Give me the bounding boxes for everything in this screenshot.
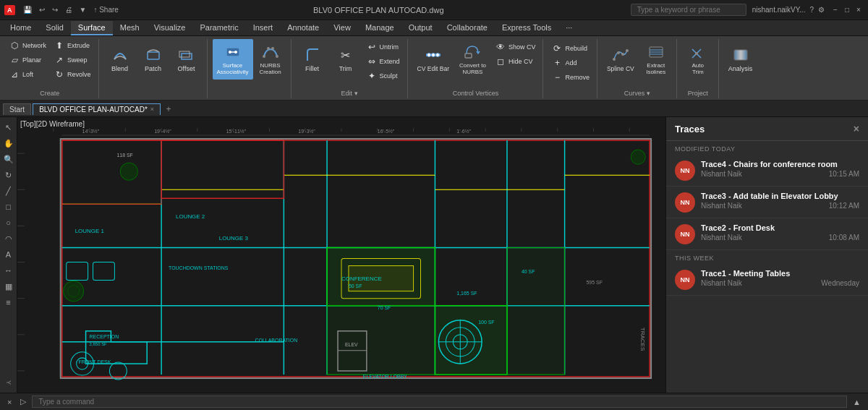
app-logo: A xyxy=(4,5,15,15)
patch-btn[interactable]: Patch xyxy=(137,39,169,80)
y-axis-label: Y xyxy=(1,375,16,390)
analysis-btn[interactable]: Analysis xyxy=(724,39,757,80)
extrude-btn[interactable]: ⬆ Extrude xyxy=(51,39,94,52)
dimension-tool[interactable]: ↔ xyxy=(1,263,16,278)
main-area: ↖ ✋ 🔍 ↻ ╱ □ ○ ◠ A ↔ ▦ ≡ Y [Top][2D Wiref… xyxy=(0,117,868,393)
search-input[interactable] xyxy=(631,4,746,16)
new-tab-btn[interactable]: + xyxy=(162,103,175,116)
remove-btn[interactable]: − Remove xyxy=(548,71,592,84)
minimize-btn[interactable]: − xyxy=(830,5,841,15)
svg-text:100 SF: 100 SF xyxy=(478,320,494,325)
tab-annotate[interactable]: Annotate xyxy=(280,21,326,35)
settings-icon[interactable]: ⚙ xyxy=(818,6,825,14)
traces-close-btn[interactable]: × xyxy=(854,123,859,134)
doc-tab-blvd[interactable]: BLVD OFFICE PLAN-AUTOCAD* × xyxy=(33,103,161,115)
revolve-btn[interactable]: ↻ Revolve xyxy=(51,68,94,81)
tab-surface[interactable]: Surface xyxy=(71,21,113,35)
doc-tab-close-btn[interactable]: × xyxy=(150,106,154,113)
hide-cv-btn[interactable]: ◻ Hide CV xyxy=(492,55,539,68)
hatch-tool[interactable]: ▦ xyxy=(1,279,16,294)
planar-btn[interactable]: ▱ Planar xyxy=(6,54,49,67)
trace4-title: Trace4 - Chairs for conference room xyxy=(701,160,859,168)
trace-item-4[interactable]: NN Trace4 - Chairs for conference room N… xyxy=(666,155,868,187)
rotate-tool[interactable]: ↻ xyxy=(1,168,16,182)
command-input[interactable] xyxy=(32,396,847,408)
svg-rect-21 xyxy=(734,50,747,60)
tab-more[interactable]: ··· xyxy=(558,21,579,35)
trace-item-2[interactable]: NN Trace2 - Front Desk Nishant Naik 10:0… xyxy=(666,218,868,250)
customize-icon[interactable]: ▼ xyxy=(77,5,89,14)
line-tool[interactable]: ╱ xyxy=(1,184,16,198)
curves-tools: Spline CV ExtractIsolines xyxy=(603,39,672,97)
trace-item-1[interactable]: NN Trace1 - Meeting Tables Nishant Naik … xyxy=(666,264,868,296)
network-btn[interactable]: ⬡ Network xyxy=(6,39,49,52)
convert-nurbs-btn[interactable]: Convert toNURBS xyxy=(455,39,490,80)
svg-text:15'-11½": 15'-11½" xyxy=(226,129,247,134)
surface-associativity-btn[interactable]: SurfaceAssociativity xyxy=(213,39,253,80)
tab-mesh[interactable]: Mesh xyxy=(113,21,147,35)
close-btn[interactable]: × xyxy=(854,5,864,15)
sculpt-btn[interactable]: ✦ Sculpt xyxy=(363,69,403,82)
show-cv-btn[interactable]: 👁 Show CV xyxy=(492,40,539,54)
save-icon[interactable]: 💾 xyxy=(21,5,34,14)
traces-panel-header: Traces × xyxy=(666,117,868,141)
svg-text:40 SF: 40 SF xyxy=(522,269,535,274)
extract-isolines-btn[interactable]: ExtractIsolines xyxy=(640,39,672,80)
sweep-btn[interactable]: ↗ Sweep xyxy=(51,54,94,67)
print-icon[interactable]: 🖨 xyxy=(63,5,75,14)
tab-home[interactable]: Home xyxy=(3,21,38,35)
circle-tool[interactable]: ○ xyxy=(1,215,16,230)
svg-rect-14 xyxy=(465,54,472,58)
command-arrow-btn[interactable]: ▷ xyxy=(17,397,29,406)
nurbs-creation-btn[interactable]: NURBSCreation xyxy=(255,39,286,80)
tab-express-tools[interactable]: Express Tools xyxy=(495,21,558,35)
surface-create-right: ⬆ Extrude ↗ Sweep ↻ Revolve xyxy=(51,39,94,81)
select-tool[interactable]: ↖ xyxy=(1,120,16,134)
tab-parametric[interactable]: Parametric xyxy=(192,21,245,35)
offset-btn[interactable]: Offset xyxy=(171,39,203,80)
tab-output[interactable]: Output xyxy=(401,21,440,35)
command-x-btn[interactable]: × xyxy=(4,398,14,406)
extend-btn[interactable]: ⇔ Extend xyxy=(363,55,403,68)
tab-collaborate[interactable]: Collaborate xyxy=(440,21,495,35)
trace2-avatar: NN xyxy=(675,224,695,244)
blend-btn[interactable]: Blend xyxy=(104,39,136,80)
loft-btn[interactable]: ⊿ Loft xyxy=(6,68,49,81)
tab-manage[interactable]: Manage xyxy=(358,21,401,35)
rebuild-btn[interactable]: ⟳ Rebuild xyxy=(548,42,592,55)
spline-cv-btn[interactable]: Spline CV xyxy=(603,39,639,80)
cv-edit-bar-btn[interactable]: CV Edit Bar xyxy=(413,39,454,80)
traces-section-today: MODIFIED TODAY xyxy=(666,141,868,155)
zoom-tool[interactable]: 🔍 xyxy=(1,152,16,166)
trace-item-3[interactable]: NN Trace3 - Add table in Elevator Lobby … xyxy=(666,187,868,218)
tab-visualize[interactable]: Visualize xyxy=(147,21,193,35)
ribbon-group-project: AutoTrim Project xyxy=(678,39,719,98)
tab-view[interactable]: View xyxy=(326,21,358,35)
add-btn[interactable]: + Add xyxy=(548,56,592,69)
loft-icon: ⊿ xyxy=(9,69,20,80)
arc-tool[interactable]: ◠ xyxy=(1,231,16,246)
share-icon[interactable]: ↑ Share xyxy=(91,5,120,14)
svg-point-15 xyxy=(613,58,616,61)
rectangle-tool[interactable]: □ xyxy=(1,200,16,214)
redo-icon[interactable]: ↪ xyxy=(50,5,60,14)
auto-trim-btn[interactable]: AutoTrim xyxy=(682,39,714,80)
undo-icon[interactable]: ↩ xyxy=(37,5,47,14)
project-label: Project xyxy=(688,90,708,97)
drawing-canvas[interactable]: [Top][2D Wireframe] xyxy=(17,117,665,393)
trim-btn[interactable]: ✂ Trim xyxy=(330,39,362,80)
tab-insert[interactable]: Insert xyxy=(246,21,281,35)
fillet-btn[interactable]: Fillet xyxy=(297,39,328,80)
doc-tab-start[interactable]: Start xyxy=(3,103,31,115)
maximize-btn[interactable]: □ xyxy=(842,5,852,15)
blvd-tab-label: BLVD OFFICE PLAN-AUTOCAD* xyxy=(39,106,148,114)
tab-solid[interactable]: Solid xyxy=(38,21,70,35)
command-expand-btn[interactable]: ▲ xyxy=(850,398,864,406)
layer-tool[interactable]: ≡ xyxy=(1,295,16,309)
text-tool[interactable]: A xyxy=(1,247,16,262)
help-icon[interactable]: ? xyxy=(809,6,814,14)
blend-icon xyxy=(111,46,129,64)
pan-tool[interactable]: ✋ xyxy=(1,136,16,150)
doc-tab-bar: Start BLVD OFFICE PLAN-AUTOCAD* × + xyxy=(0,101,868,117)
untrim-btn[interactable]: ↩ Untrim xyxy=(363,40,403,54)
